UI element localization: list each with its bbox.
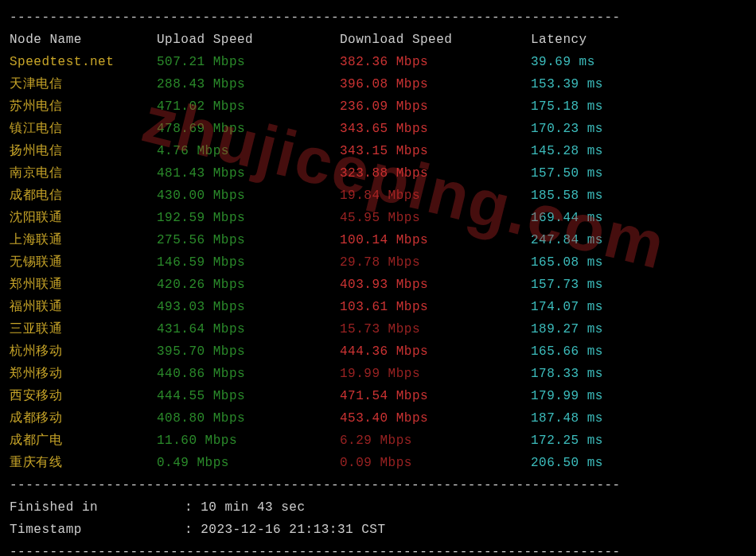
footer-timestamp: Timestamp : 2023-12-16 21:13:31 CST — [10, 519, 746, 541]
latency: 170.23 ms — [531, 118, 746, 140]
table-row: 成都移动408.80 Mbps453.40 Mbps187.48 ms — [10, 407, 746, 430]
table-row: 福州联通493.03 Mbps103.61 Mbps174.07 ms — [10, 296, 746, 318]
upload-speed: 444.55 Mbps — [157, 385, 340, 407]
table-row: 上海联通275.56 Mbps100.14 Mbps247.84 ms — [10, 229, 746, 251]
upload-speed: 420.26 Mbps — [157, 274, 340, 296]
latency: 157.73 ms — [531, 274, 746, 296]
header-node: Node Name — [10, 29, 157, 51]
upload-speed: 481.43 Mbps — [157, 162, 340, 185]
table-row: 无锡联通146.59 Mbps29.78 Mbps165.08 ms — [10, 251, 746, 274]
download-speed: 343.65 Mbps — [340, 118, 531, 140]
node-name: 无锡联通 — [10, 251, 157, 274]
node-name: 西安移动 — [10, 385, 157, 407]
table-row: 成都广电11.60 Mbps6.29 Mbps172.25 ms — [10, 430, 746, 452]
download-speed: 100.14 Mbps — [340, 229, 531, 251]
upload-speed: 478.69 Mbps — [157, 118, 340, 140]
table-row: 郑州联通420.26 Mbps403.93 Mbps157.73 ms — [10, 274, 746, 296]
table-row: 三亚联通431.64 Mbps15.73 Mbps189.27 ms — [10, 318, 746, 340]
latency: 179.99 ms — [531, 385, 746, 407]
header-latency: Latency — [531, 29, 746, 51]
upload-speed: 493.03 Mbps — [157, 296, 340, 318]
download-speed: 45.95 Mbps — [340, 207, 531, 229]
upload-speed: 471.02 Mbps — [157, 95, 340, 118]
table-row: 杭州移动395.70 Mbps444.36 Mbps165.66 ms — [10, 340, 746, 363]
node-name: 郑州联通 — [10, 274, 157, 296]
node-name: Speedtest.net — [10, 51, 157, 73]
latency: 187.48 ms — [531, 407, 746, 430]
latency: 157.50 ms — [531, 162, 746, 185]
upload-speed: 192.59 Mbps — [157, 207, 340, 229]
node-name: 扬州电信 — [10, 140, 157, 162]
node-name: 杭州移动 — [10, 340, 157, 363]
node-name: 成都移动 — [10, 407, 157, 430]
upload-speed: 4.76 Mbps — [157, 140, 340, 162]
download-speed: 444.36 Mbps — [340, 340, 531, 363]
node-name: 成都电信 — [10, 185, 157, 207]
download-speed: 403.93 Mbps — [340, 274, 531, 296]
divider-top: ----------------------------------------… — [10, 6, 746, 29]
table-row: 重庆有线0.49 Mbps0.09 Mbps206.50 ms — [10, 452, 746, 474]
node-name: 上海联通 — [10, 229, 157, 251]
upload-speed: 146.59 Mbps — [157, 251, 340, 274]
timestamp-label: Timestamp — [10, 519, 185, 541]
upload-speed: 408.80 Mbps — [157, 407, 340, 430]
latency: 174.07 ms — [531, 296, 746, 318]
upload-speed: 275.56 Mbps — [157, 229, 340, 251]
node-name: 成都广电 — [10, 430, 157, 452]
download-speed: 15.73 Mbps — [340, 318, 531, 340]
divider-bottom: ----------------------------------------… — [10, 541, 746, 556]
node-name: 天津电信 — [10, 73, 157, 95]
latency: 165.66 ms — [531, 340, 746, 363]
upload-speed: 11.60 Mbps — [157, 430, 340, 452]
table-row: 镇江电信478.69 Mbps343.65 Mbps170.23 ms — [10, 118, 746, 140]
upload-speed: 288.43 Mbps — [157, 73, 340, 95]
table-row: 扬州电信4.76 Mbps343.15 Mbps145.28 ms — [10, 140, 746, 162]
download-speed: 236.09 Mbps — [340, 95, 531, 118]
finished-sep: : — [185, 496, 201, 519]
upload-speed: 440.86 Mbps — [157, 363, 340, 385]
header-upload: Upload Speed — [157, 29, 340, 51]
latency: 169.44 ms — [531, 207, 746, 229]
timestamp-value: 2023-12-16 21:13:31 CST — [201, 519, 385, 541]
footer-finished: Finished in : 10 min 43 sec — [10, 496, 746, 519]
node-name: 沈阳联通 — [10, 207, 157, 229]
latency: 175.18 ms — [531, 95, 746, 118]
finished-value: 10 min 43 sec — [201, 496, 305, 519]
table-row: 成都电信430.00 Mbps19.84 Mbps185.58 ms — [10, 185, 746, 207]
download-speed: 382.36 Mbps — [340, 51, 531, 73]
download-speed: 103.61 Mbps — [340, 296, 531, 318]
download-speed: 471.54 Mbps — [340, 385, 531, 407]
download-speed: 29.78 Mbps — [340, 251, 531, 274]
upload-speed: 430.00 Mbps — [157, 185, 340, 207]
latency: 145.28 ms — [531, 140, 746, 162]
upload-speed: 431.64 Mbps — [157, 318, 340, 340]
node-name: 镇江电信 — [10, 118, 157, 140]
latency: 172.25 ms — [531, 430, 746, 452]
latency: 206.50 ms — [531, 452, 746, 474]
table-row: 南京电信481.43 Mbps323.88 Mbps157.50 ms — [10, 162, 746, 185]
latency: 189.27 ms — [531, 318, 746, 340]
download-speed: 19.99 Mbps — [340, 363, 531, 385]
download-speed: 0.09 Mbps — [340, 452, 531, 474]
node-name: 郑州移动 — [10, 363, 157, 385]
upload-speed: 507.21 Mbps — [157, 51, 340, 73]
download-speed: 453.40 Mbps — [340, 407, 531, 430]
table-row: Speedtest.net507.21 Mbps382.36 Mbps39.69… — [10, 51, 746, 73]
node-name: 南京电信 — [10, 162, 157, 185]
download-speed: 19.84 Mbps — [340, 185, 531, 207]
latency: 185.58 ms — [531, 185, 746, 207]
download-speed: 6.29 Mbps — [340, 430, 531, 452]
node-name: 重庆有线 — [10, 452, 157, 474]
table-row: 西安移动444.55 Mbps471.54 Mbps179.99 ms — [10, 385, 746, 407]
table-row: 沈阳联通192.59 Mbps45.95 Mbps169.44 ms — [10, 207, 746, 229]
header-row: Node Name Upload Speed Download Speed La… — [10, 29, 746, 51]
latency: 39.69 ms — [531, 51, 746, 73]
table-row: 天津电信288.43 Mbps396.08 Mbps153.39 ms — [10, 73, 746, 95]
node-name: 福州联通 — [10, 296, 157, 318]
latency: 247.84 ms — [531, 229, 746, 251]
node-name: 三亚联通 — [10, 318, 157, 340]
latency: 178.33 ms — [531, 363, 746, 385]
table-row: 苏州电信471.02 Mbps236.09 Mbps175.18 ms — [10, 95, 746, 118]
finished-label: Finished in — [10, 496, 185, 519]
divider-middle: ----------------------------------------… — [10, 474, 746, 496]
